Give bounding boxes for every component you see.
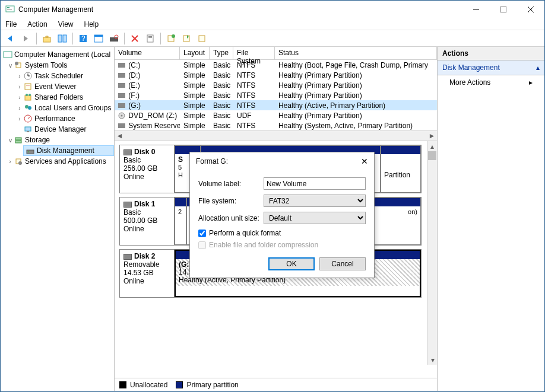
minimize-button[interactable] <box>462 1 490 18</box>
properties-icon[interactable] <box>144 32 157 45</box>
col-status[interactable]: Status <box>275 47 437 59</box>
titlebar: Computer Management <box>1 1 544 18</box>
help-button[interactable]: ? <box>77 32 90 45</box>
actions-more[interactable]: More Actions ▸ <box>438 75 544 90</box>
disk-icon <box>123 202 132 208</box>
volume-hscroll[interactable]: ◄ ► <box>115 130 437 141</box>
svg-rect-7 <box>43 37 50 42</box>
tree-diskmgmt[interactable]: Disk Management <box>23 145 114 156</box>
quick-format-checkbox[interactable]: Perform a quick format <box>198 229 366 237</box>
scroll-left-icon[interactable]: ◄ <box>115 131 125 141</box>
menu-view[interactable]: View <box>58 20 74 28</box>
cancel-button[interactable]: Cancel <box>319 257 366 270</box>
legend-primary-label: Primary partition <box>186 381 238 389</box>
tree-event[interactable]: ›Event Viewer <box>1 81 114 92</box>
tree-users[interactable]: ›Local Users and Groups <box>1 103 114 113</box>
svg-rect-41 <box>27 131 29 132</box>
action3-icon[interactable] <box>195 32 208 45</box>
volume-row[interactable]: (D:)SimpleBasicNTFSHealthy (Primary Part… <box>115 70 437 80</box>
tree-root[interactable]: Computer Management (Local <box>1 49 114 60</box>
actions-section[interactable]: Disk Management ▴ <box>438 60 544 75</box>
col-fs[interactable]: File System <box>233 47 275 59</box>
dialog-titlebar: Format G: ✕ <box>190 152 374 170</box>
close-button[interactable] <box>517 1 544 18</box>
dialog-title: Format G: <box>196 157 228 165</box>
svg-rect-51 <box>118 93 125 98</box>
disk1-part0[interactable]: 2 <box>175 197 186 245</box>
tree-task[interactable]: ›Task Scheduler <box>1 71 114 81</box>
svg-rect-52 <box>118 103 125 108</box>
svg-rect-24 <box>199 36 205 42</box>
volume-row[interactable]: (C:)SimpleBasicNTFSHealthy (Boot, Page F… <box>115 60 437 70</box>
action2-icon[interactable] <box>180 32 193 45</box>
volume-row[interactable]: System ReservedSimpleBasicNTFSHealthy (S… <box>115 120 437 130</box>
scroll-up-icon[interactable]: ▴ <box>427 141 437 151</box>
tree-devmgr[interactable]: Device Manager <box>1 124 114 135</box>
action1-icon[interactable] <box>164 32 178 45</box>
collapse-icon[interactable]: ▴ <box>536 63 540 72</box>
allocation-label: Allocation unit size: <box>198 214 264 222</box>
svg-rect-4 <box>500 7 506 12</box>
svg-rect-1 <box>7 7 9 8</box>
disk-vscroll[interactable]: ▴ ▾ <box>427 141 437 365</box>
legend-unalloc-label: Unallocated <box>130 381 167 389</box>
app-icon <box>5 5 15 14</box>
volume-row[interactable]: (E:)SimpleBasicNTFSHealthy (Primary Part… <box>115 80 437 90</box>
scroll-right-icon[interactable]: ► <box>427 131 437 141</box>
legend: Unallocated Primary partition <box>115 378 437 391</box>
svg-rect-19 <box>148 36 152 37</box>
tree-systools[interactable]: ∨System Tools <box>1 60 114 71</box>
tree-storage[interactable]: ∨Storage <box>1 135 114 145</box>
volume-row[interactable]: (G:)SimpleBasicNTFSHealthy (Active, Prim… <box>115 100 437 110</box>
disk1-info: Disk 1 Basic 500.00 GB Online <box>120 197 175 245</box>
back-button[interactable] <box>4 32 17 45</box>
dialog-close-button[interactable]: ✕ <box>361 157 368 166</box>
svg-rect-31 <box>25 84 31 90</box>
svg-rect-2 <box>7 9 12 9</box>
volume-label-input[interactable] <box>264 177 366 190</box>
svg-point-45 <box>28 151 29 152</box>
disk0-part2[interactable]: Partition <box>381 145 421 193</box>
refresh-button[interactable] <box>92 32 105 45</box>
up-button[interactable] <box>40 32 53 45</box>
col-layout[interactable]: Layout <box>180 47 210 59</box>
svg-rect-42 <box>15 138 21 140</box>
tree-services[interactable]: ›Services and Applications <box>1 156 114 167</box>
ok-button[interactable]: OK <box>268 257 315 270</box>
svg-rect-25 <box>4 52 12 58</box>
svg-rect-32 <box>26 85 30 85</box>
allocation-select[interactable]: Default <box>264 212 366 224</box>
svg-point-35 <box>28 94 31 96</box>
tree-shared[interactable]: ›Shared Folders <box>1 92 114 103</box>
volume-row[interactable]: DVD_ROM (Z:)SimpleBasicUDFHealthy (Prima… <box>115 110 437 120</box>
volume-row[interactable]: (F:)SimpleBasicNTFSHealthy (Primary Part… <box>115 90 437 100</box>
menu-help[interactable]: Help <box>84 20 99 28</box>
svg-rect-48 <box>118 63 125 68</box>
menu-file[interactable]: File <box>5 20 17 28</box>
svg-rect-44 <box>27 150 34 154</box>
delete-icon[interactable] <box>128 32 141 45</box>
col-type[interactable]: Type <box>210 47 233 59</box>
svg-rect-43 <box>15 141 21 143</box>
scroll-down-icon[interactable]: ▾ <box>427 355 437 365</box>
svg-rect-40 <box>25 127 31 131</box>
maximize-button[interactable] <box>490 1 517 18</box>
svg-point-27 <box>15 62 18 65</box>
menu-action[interactable]: Action <box>27 20 47 28</box>
disk-icon <box>123 149 132 155</box>
col-volume[interactable]: Volume <box>115 47 180 59</box>
actions-header: Actions <box>438 47 544 60</box>
tree-perf[interactable]: ›Performance <box>1 113 114 124</box>
svg-rect-20 <box>148 37 152 38</box>
submenu-icon: ▸ <box>529 78 533 87</box>
tree: Computer Management (Local ∨System Tools… <box>1 47 115 391</box>
toolbar: ? <box>1 30 544 47</box>
rescan-button[interactable] <box>107 32 121 45</box>
forward-button[interactable] <box>20 32 33 45</box>
svg-rect-14 <box>110 37 118 42</box>
show-hide-button[interactable] <box>56 32 69 45</box>
svg-text:?: ? <box>81 34 85 43</box>
filesystem-select[interactable]: FAT32 <box>264 195 366 207</box>
disk0-info: Disk 0 Basic 256.00 GB Online <box>120 145 175 193</box>
window-title: Computer Management <box>18 5 93 14</box>
